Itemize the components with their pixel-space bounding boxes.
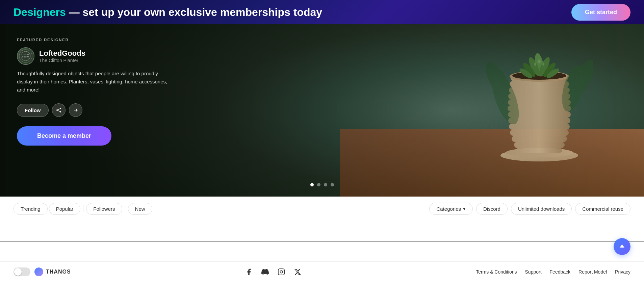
svg-line-38: [57, 109, 60, 110]
report-model-link[interactable]: Report Model: [578, 269, 607, 275]
svg-point-41: [280, 271, 283, 273]
dot-3[interactable]: [324, 183, 327, 186]
designer-name[interactable]: LoftedGoods: [39, 49, 85, 58]
banner-highlight: Designers: [14, 6, 66, 18]
svg-line-39: [57, 110, 60, 111]
designer-text: LoftedGoods The Clifton Planter: [39, 49, 85, 63]
follow-button[interactable]: Follow: [17, 104, 49, 117]
banner-title-suffix: — set up your own exclusive memberships …: [66, 6, 322, 18]
designer-subtitle: The Clifton Planter: [39, 58, 85, 63]
footer-links: Terms & Conditions Support Feedback Repo…: [476, 269, 630, 275]
filter-bar: Trending Popular Followers New Categorie…: [0, 197, 644, 221]
filter-right: Categories ▾ Discord Unlimited downloads…: [429, 203, 630, 215]
footer-logo: THANGS: [14, 267, 71, 276]
hero-dots: [310, 183, 334, 186]
get-started-button[interactable]: Get started: [571, 4, 630, 21]
theme-toggle[interactable]: [14, 267, 30, 276]
hero-section: FEATURED DESIGNER LOFTED GOODS LoftedGoo…: [0, 24, 644, 197]
discord-label: Discord: [483, 206, 500, 212]
tab-new[interactable]: New: [128, 203, 152, 215]
dot-1[interactable]: [310, 183, 314, 186]
svg-text:LOFTED: LOFTED: [22, 53, 30, 55]
chevron-down-icon: ▾: [463, 206, 466, 212]
categories-label: Categories: [436, 206, 461, 212]
hero-actions: Follow: [17, 103, 169, 117]
discord-icon[interactable]: [260, 267, 270, 277]
svg-text:GOODS: GOODS: [22, 56, 29, 58]
commercial-reuse-button[interactable]: Commercial reuse: [575, 203, 630, 215]
unlimited-downloads-button[interactable]: Unlimited downloads: [511, 203, 572, 215]
dot-4[interactable]: [331, 183, 334, 186]
designer-avatar[interactable]: LOFTED GOODS: [17, 47, 34, 65]
support-link[interactable]: Support: [525, 269, 542, 275]
tab-divider: [83, 205, 83, 212]
share-button[interactable]: [52, 103, 66, 117]
hero-content: FEATURED DESIGNER LOFTED GOODS LoftedGoo…: [0, 24, 186, 159]
tab-trending[interactable]: Trending: [14, 203, 48, 215]
svg-point-42: [283, 270, 283, 271]
hero-description: Thoughtfully designed objects that peopl…: [17, 70, 169, 94]
unlimited-downloads-label: Unlimited downloads: [518, 206, 565, 212]
footer-social: [244, 267, 302, 277]
instagram-icon[interactable]: [277, 267, 286, 277]
tab-followers[interactable]: Followers: [86, 203, 122, 215]
facebook-icon[interactable]: [244, 267, 254, 277]
dot-2[interactable]: [317, 183, 320, 186]
discord-button[interactable]: Discord: [476, 203, 508, 215]
svg-rect-40: [278, 269, 284, 275]
banner-title: Designers — set up your own exclusive me…: [14, 6, 322, 19]
logo-text: THANGS: [46, 269, 71, 275]
featured-label: FEATURED DESIGNER: [17, 38, 169, 42]
navigate-button[interactable]: [69, 103, 82, 117]
feedback-link[interactable]: Feedback: [550, 269, 570, 275]
content-area: [0, 221, 644, 241]
commercial-reuse-label: Commercial reuse: [582, 206, 623, 212]
designer-info: LOFTED GOODS LoftedGoods The Clifton Pla…: [17, 47, 169, 65]
x-twitter-icon[interactable]: [293, 267, 302, 277]
avatar-inner: LOFTED GOODS: [18, 48, 34, 64]
logo-circle-icon: [34, 267, 43, 276]
become-member-button[interactable]: Become a member: [17, 126, 111, 146]
terms-link[interactable]: Terms & Conditions: [476, 269, 517, 275]
scroll-to-top-button[interactable]: [614, 238, 630, 255]
top-banner: Designers — set up your own exclusive me…: [0, 0, 644, 24]
footer: THANGS Terms & Conditions Su: [0, 261, 644, 282]
categories-button[interactable]: Categories ▾: [429, 203, 473, 215]
filter-tabs: Trending Popular Followers New: [14, 203, 152, 215]
tab-popular[interactable]: Popular: [49, 203, 81, 215]
tab-divider-2: [125, 205, 125, 212]
privacy-link[interactable]: Privacy: [615, 269, 630, 275]
